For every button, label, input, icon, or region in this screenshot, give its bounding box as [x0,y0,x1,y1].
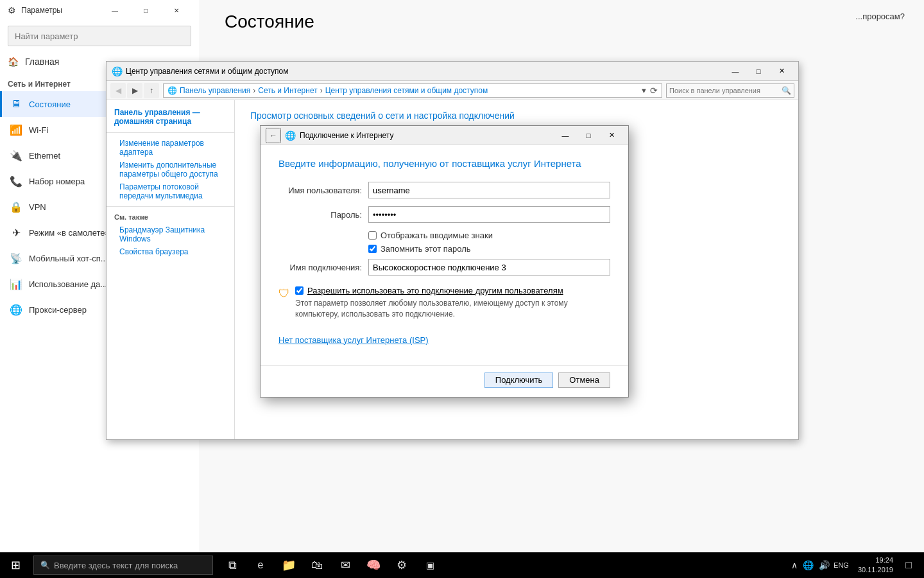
ic-back-button[interactable]: ← [266,128,281,143]
sidebar-item-label: Использование да... [29,279,107,289]
nc-close-button[interactable]: ✕ [770,62,793,80]
sidebar-item-label: VPN [29,202,46,212]
nc-sidebar-divider-1 [107,132,234,133]
nc-sidebar-divider-2 [107,206,234,207]
ic-titlebar: ← 🌐 Подключение к Интернету — □ ✕ [261,126,628,145]
nc-sidebar-media[interactable]: Параметры потоковой передачи мультимедиа [107,180,234,202]
ic-connection-name-row: Имя подключения: [278,259,610,276]
taskbar-clock[interactable]: 19:24 30.11.2019 [854,554,897,577]
ic-connection-name-input[interactable] [368,259,610,276]
ic-show-chars-label[interactable]: Отображать вводимые знаки [381,231,493,240]
ic-minimize-button[interactable]: — [554,127,577,144]
nc-main-title: Просмотр основных сведений о сети и наст… [250,110,783,121]
address-refresh-button[interactable]: ⟳ [650,85,658,96]
nc-maximize-button[interactable]: □ [747,62,770,80]
ic-allow-desc: Этот параметр позволяет любому пользоват… [295,298,610,320]
settings-maximize-button[interactable]: □ [131,0,160,21]
taskbar-explorer[interactable]: 📁 [275,552,303,578]
nc-sidebar-adapter[interactable]: Изменение параметров адаптера [107,137,234,159]
nc-sidebar-sharing-params[interactable]: Изменить дополнительные параметры общего… [107,159,234,180]
nc-forward-button[interactable]: ▶ [127,83,142,98]
ic-isp-link[interactable]: Нет поставщика услуг Интернета (ISP) [278,335,429,345]
nc-address-bar[interactable]: 🌐 Панель управления › Сеть и Интернет › … [163,83,662,98]
nc-window-title: Центр управления сетями и общим доступом [126,67,289,76]
ic-allow-others-label[interactable]: Разрешить использовать это подключение д… [307,286,563,295]
ic-username-row: Имя пользователя: [278,182,610,198]
address-dropdown-button[interactable]: ▼ [640,87,647,94]
settings-close-button[interactable]: ✕ [162,0,191,21]
nc-sidebar-browser[interactable]: Свойства браузера [107,245,234,258]
sidebar-item-label: Мобильный хот-сп... [29,254,108,263]
ic-checkboxes: Отображать вводимые знаки Запомнить этот… [368,231,610,254]
clock-date: 30.11.2019 [858,565,893,575]
ic-allow-others-checkbox[interactable] [295,286,304,295]
settings-home-label: Главная [25,57,59,67]
tray-volume-icon[interactable]: 🔊 [817,559,831,572]
ic-password-input[interactable] [368,206,610,223]
settings-titlebar-buttons: — □ ✕ [100,0,191,21]
nc-titlebar: 🌐 Центр управления сетями и общим доступ… [107,62,798,81]
ic-remember-pwd-checkbox[interactable] [368,245,377,253]
ic-remember-pwd-row: Запомнить этот пароль [368,244,610,254]
taskbar-task-view[interactable]: ⧉ [218,552,246,578]
ic-remember-pwd-label[interactable]: Запомнить этот пароль [381,244,471,254]
ic-footer: Подключить Отмена [261,365,628,397]
ic-show-chars-checkbox[interactable] [368,231,377,240]
ic-cancel-button[interactable]: Отмена [558,372,610,388]
settings-search-input[interactable] [8,26,191,46]
ic-permission-content: Разрешить использовать это подключение д… [295,286,610,320]
tray-network-icon[interactable]: 🌐 [801,559,815,572]
settings-minimize-button[interactable]: — [100,0,130,21]
nc-search-icon: 🔍 [782,86,791,95]
breadcrumb-nc[interactable]: Центр управления сетями и общим доступом [325,86,488,95]
tray-chevron-icon[interactable]: ∧ [790,559,799,572]
sidebar-item-label: Режим «в самолете» [29,228,110,238]
ic-dialog: ← 🌐 Подключение к Интернету — □ ✕ Введит… [260,125,629,398]
taskbar-search[interactable]: 🔍 Введите здесь текст для поиска [33,556,213,575]
nc-sidebar-home[interactable]: Панель управления —домашняя страница [107,105,234,128]
mobile-icon: 📡 [10,252,22,265]
nc-sidebar: Панель управления —домашняя страница Изм… [107,100,235,439]
taskbar-settings[interactable]: ⚙ [388,552,416,578]
ic-username-label: Имя пользователя: [278,186,368,195]
taskbar-mail[interactable]: ✉ [331,552,359,578]
page-title: Состояние [225,12,314,32]
tray-lang[interactable]: ENG [834,561,849,569]
taskbar-store[interactable]: 🛍 [303,552,331,578]
start-button[interactable]: ⊞ [0,552,31,578]
settings-window-title: Параметры [21,6,62,15]
taskbar-edge[interactable]: e [246,552,275,578]
proxy-icon: 🌐 [10,303,22,316]
ic-window-title: Подключение к Интернету [300,131,394,140]
sidebar-item-label: Состояние [29,100,71,109]
nc-search-input[interactable] [669,87,779,94]
ic-maximize-button[interactable]: □ [577,127,600,144]
nc-search-bar: 🔍 [666,83,794,98]
taskbar: ⊞ 🔍 Введите здесь текст для поиска ⧉ e 📁… [0,552,924,578]
nc-up-button[interactable]: ↑ [144,83,159,98]
ic-allow-others-row: Разрешить использовать это подключение д… [295,286,610,295]
nc-minimize-button[interactable]: — [724,62,747,80]
taskbar-terminal[interactable]: ▣ [416,552,444,578]
taskbar-notification-button[interactable]: □ [898,552,919,578]
ic-password-label: Пароль: [278,210,368,220]
nc-breadcrumb: Панель управления › Сеть и Интернет › Це… [180,86,488,95]
taskbar-cortana[interactable]: 🧠 [359,552,388,578]
help-text: ...проросам? [855,12,905,21]
ic-password-row: Пароль: [278,206,610,223]
breadcrumb-net[interactable]: Сеть и Интернет [258,86,317,95]
ic-close-button[interactable]: ✕ [600,127,623,144]
ic-heading: Введите информацию, полученную от постав… [278,158,610,169]
nc-titlebar-left: 🌐 Центр управления сетями и общим доступ… [112,66,289,76]
settings-titlebar: ⚙ Параметры — □ ✕ [0,0,199,21]
settings-search-container [0,21,199,51]
nc-sidebar-firewall[interactable]: Брандмауэр Защитника Windows [107,223,234,245]
ic-username-input[interactable] [368,182,610,198]
ic-show-chars-row: Отображать вводимые знаки [368,231,610,240]
taskbar-search-icon: 🔍 [40,561,50,570]
ic-connect-button[interactable]: Подключить [484,372,554,388]
sidebar-item-label: Wi-Fi [29,125,48,135]
nc-back-button[interactable]: ◀ [110,83,126,98]
breadcrumb-cp[interactable]: Панель управления [180,86,250,95]
nc-toolbar: ◀ ▶ ↑ 🌐 Панель управления › Сеть и Интер… [107,81,798,100]
